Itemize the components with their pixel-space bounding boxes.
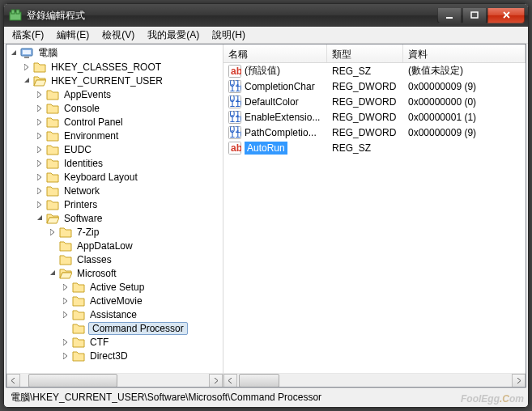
value-row[interactable]: (預設值)REG_SZ(數值未設定)	[223, 63, 526, 78]
expand-icon[interactable]	[47, 229, 59, 235]
value-data: 0x00000001 (1)	[403, 112, 526, 123]
tree-item[interactable]: Keyboard Layout	[6, 170, 223, 184]
scroll-left-icon[interactable]	[223, 374, 237, 388]
menu-file[interactable]: 檔案(F)	[6, 27, 50, 44]
expand-icon[interactable]	[60, 298, 72, 304]
folder-closed-icon	[46, 198, 59, 211]
menu-help[interactable]: 說明(H)	[206, 27, 252, 44]
folder-closed-icon	[72, 281, 85, 294]
tree-item[interactable]: AppDataLow	[6, 239, 223, 252]
dword-value-icon	[228, 80, 241, 93]
expand-icon[interactable]	[34, 91, 46, 98]
folder-closed-icon	[59, 239, 72, 252]
tree-item[interactable]: HKEY_CURRENT_USER	[6, 74, 223, 87]
tree-item[interactable]: Console	[6, 101, 223, 115]
content-area: 電腦HKEY_CLASSES_ROOTHKEY_CURRENT_USERAppE…	[6, 44, 526, 388]
tree-item[interactable]: Active Setup	[6, 280, 223, 294]
tree-item[interactable]: 7-Zip	[6, 225, 223, 239]
scroll-thumb[interactable]	[28, 374, 117, 388]
expand-icon[interactable]	[34, 105, 46, 112]
expand-icon[interactable]	[34, 201, 46, 208]
tree-label: Printers	[62, 199, 99, 210]
expand-icon[interactable]	[60, 353, 72, 359]
collapse-icon[interactable]	[8, 50, 20, 57]
menu-view[interactable]: 檢視(V)	[96, 27, 141, 44]
value-name: DefaultColor	[245, 96, 299, 108]
folder-closed-icon	[72, 294, 85, 307]
scroll-right-icon[interactable]	[512, 374, 526, 388]
scroll-left-icon[interactable]	[6, 374, 20, 388]
close-button[interactable]	[487, 8, 525, 23]
list-hscroll[interactable]	[223, 373, 526, 387]
scroll-thumb[interactable]	[239, 374, 279, 388]
tree-item[interactable]: Identities	[6, 156, 223, 170]
value-type: REG_SZ	[327, 66, 403, 77]
app-icon	[9, 9, 22, 22]
tree-item[interactable]: HKEY_CLASSES_ROOT	[6, 60, 223, 74]
expand-icon[interactable]	[34, 160, 46, 167]
maximize-button[interactable]	[462, 8, 487, 23]
column-type[interactable]: 類型	[327, 44, 403, 62]
expand-icon[interactable]	[60, 311, 72, 318]
minimize-button[interactable]	[437, 8, 462, 23]
tree-item[interactable]: 電腦	[6, 46, 223, 60]
value-row[interactable]: DefaultColorREG_DWORD0x00000000 (0)	[223, 94, 526, 109]
tree-label: Software	[62, 213, 104, 224]
value-row[interactable]: AutoRunREG_SZ	[223, 140, 526, 155]
expand-icon[interactable]	[34, 133, 46, 139]
folder-open-icon	[59, 267, 72, 280]
menu-bar: 檔案(F) 編輯(E) 檢視(V) 我的最愛(A) 說明(H)	[4, 27, 528, 44]
expand-icon[interactable]	[34, 119, 46, 125]
dword-value-icon	[228, 111, 241, 124]
expand-icon[interactable]	[34, 174, 46, 180]
expand-icon[interactable]	[34, 188, 46, 194]
tree-item[interactable]: Direct3D	[6, 349, 223, 362]
column-data[interactable]: 資料	[403, 44, 526, 62]
tree-item[interactable]: Environment	[6, 129, 223, 142]
tree-item[interactable]: Control Panel	[6, 115, 223, 129]
expand-icon[interactable]	[34, 146, 46, 153]
tree-item[interactable]: CTF	[6, 335, 223, 349]
expand-icon[interactable]	[21, 64, 33, 70]
folder-open-icon	[46, 212, 59, 225]
column-name[interactable]: 名稱	[223, 44, 327, 62]
tree-item[interactable]: Microsoft	[6, 266, 223, 280]
folder-closed-icon	[46, 143, 59, 156]
value-row[interactable]: PathCompletio...REG_DWORD0x00000009 (9)	[223, 125, 526, 140]
tree-hscroll[interactable]	[6, 373, 223, 387]
tree-item[interactable]: Printers	[6, 197, 223, 211]
tree-item[interactable]: EUDC	[6, 142, 223, 156]
tree-label: Control Panel	[62, 117, 125, 128]
value-type: REG_DWORD	[327, 81, 403, 92]
folder-closed-icon	[59, 253, 72, 266]
dword-value-icon	[228, 95, 241, 108]
tree-item[interactable]: ActiveMovie	[6, 294, 223, 307]
expand-icon[interactable]	[60, 284, 72, 290]
tree-item[interactable]: Classes	[6, 252, 223, 266]
tree-label: Identities	[62, 158, 104, 169]
folder-closed-icon	[46, 116, 59, 129]
value-row[interactable]: CompletionCharREG_DWORD0x00000009 (9)	[223, 78, 526, 94]
scroll-right-icon[interactable]	[209, 374, 223, 388]
svg-rect-12	[471, 12, 478, 18]
tree-item[interactable]: Network	[6, 184, 223, 197]
collapse-icon[interactable]	[21, 78, 33, 84]
menu-edit[interactable]: 編輯(E)	[50, 27, 96, 44]
tree-item[interactable]: Command Processor	[6, 321, 223, 335]
collapse-icon[interactable]	[47, 270, 59, 277]
expand-icon[interactable]	[60, 339, 72, 345]
values-list[interactable]: (預設值)REG_SZ(數值未設定)CompletionCharREG_DWOR…	[223, 63, 526, 373]
tree-item[interactable]: AppEvents	[6, 87, 223, 101]
value-row[interactable]: EnableExtensio...REG_DWORD0x00000001 (1)	[223, 109, 526, 125]
tree-label: Network	[62, 185, 101, 197]
folder-closed-icon	[72, 322, 85, 335]
folder-closed-icon	[59, 226, 72, 239]
title-bar[interactable]: 登錄編輯程式	[4, 4, 528, 27]
tree-label: EUDC	[62, 144, 93, 155]
registry-tree[interactable]: 電腦HKEY_CLASSES_ROOTHKEY_CURRENT_USERAppE…	[6, 44, 223, 373]
tree-item[interactable]: Assistance	[6, 307, 223, 321]
collapse-icon[interactable]	[34, 215, 46, 222]
tree-item[interactable]: Software	[6, 211, 223, 225]
menu-favorites[interactable]: 我的最愛(A)	[141, 27, 206, 44]
values-pane: 名稱 類型 資料 (預設值)REG_SZ(數值未設定)CompletionCha…	[223, 44, 526, 387]
